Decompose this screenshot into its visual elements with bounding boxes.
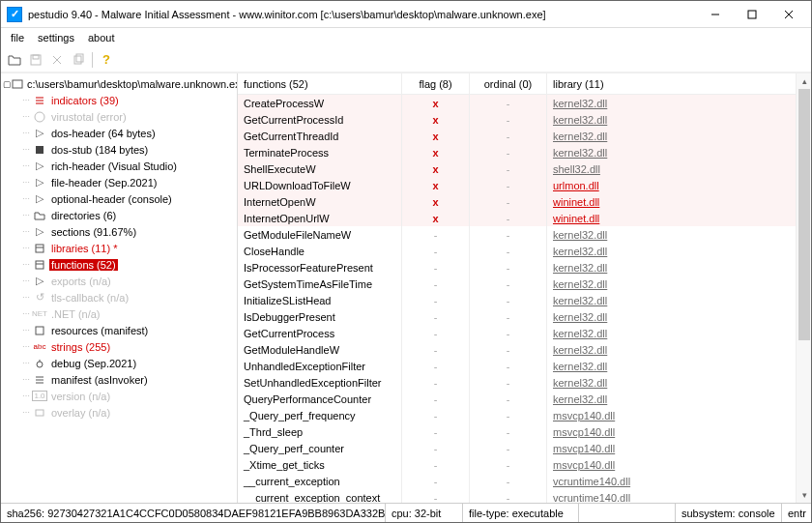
tree-item[interactable]: ⋯dos-stub (184 bytes) (1, 141, 237, 158)
cell-library-link[interactable]: msvcp140.dll (553, 410, 615, 421)
tree-item[interactable]: ⋯▷optional-header (console) (1, 190, 237, 207)
tree-item[interactable]: ⋯debug (Sep.2021) (1, 355, 237, 371)
tree-item[interactable]: ⋯overlay (n/a) (1, 404, 237, 421)
tree-item[interactable]: ⋯directories (6) (1, 207, 237, 223)
tree-item[interactable]: ⋯▷sections (91.67%) (1, 223, 237, 240)
cell-library-link[interactable]: wininet.dll (553, 196, 599, 208)
table-row[interactable]: GetCurrentProcess--kernel32.dll (238, 325, 796, 341)
cell-library-link[interactable]: kernel32.dll (553, 377, 607, 389)
cell-library-link[interactable]: msvcp140.dll (553, 443, 615, 454)
tree-item-label: directories (6) (49, 210, 118, 221)
table-row[interactable]: URLDownloadToFileWx-urlmon.dll (238, 177, 796, 193)
maximize-button[interactable] (734, 3, 770, 26)
cell-library-link[interactable]: kernel32.dll (553, 295, 607, 306)
cell-library-link[interactable]: msvcp140.dll (553, 426, 615, 438)
table-row[interactable]: SetUnhandledExceptionFilter--kernel32.dl… (238, 374, 796, 391)
tree-item[interactable]: ⋯▷rich-header (Visual Studio) (1, 158, 237, 174)
col-header-functions[interactable]: functions (52) (238, 73, 402, 94)
table-row[interactable]: GetSystemTimeAsFileTime--kernel32.dll (238, 276, 796, 292)
tree-item[interactable]: ⋯indicators (39) (1, 92, 237, 108)
copy-icon[interactable] (69, 50, 88, 70)
table-row[interactable]: __current_exception_context--vcruntime14… (238, 489, 796, 503)
cell-library-link[interactable]: vcruntime140.dll (553, 492, 630, 504)
tree-item-label: libraries (11) * (49, 243, 119, 254)
open-file-icon[interactable] (5, 50, 24, 70)
table-row[interactable]: IsProcessorFeaturePresent--kernel32.dll (238, 259, 796, 276)
tree-item[interactable]: ⋯↺tls-callback (n/a) (1, 289, 237, 305)
tree-branch-icon: ⋯ (20, 293, 32, 302)
table-row[interactable]: InternetOpenWx-wininet.dll (238, 193, 796, 210)
cell-ordinal: - (470, 243, 547, 259)
scroll-up-icon[interactable]: ▴ (797, 73, 811, 89)
tree-item[interactable]: ⋯resources (manifest) (1, 322, 237, 338)
tree-item[interactable]: ⋯1.0version (n/a) (1, 388, 237, 404)
table-row[interactable]: InternetOpenUrlWx-wininet.dll (238, 210, 796, 226)
table-row[interactable]: GetModuleHandleW--kernel32.dll (238, 341, 796, 358)
cell-library-link[interactable]: kernel32.dll (553, 328, 607, 339)
table-row[interactable]: _Thrd_sleep--msvcp140.dll (238, 423, 796, 440)
tree-item[interactable]: ⋯▷dos-header (64 bytes) (1, 125, 237, 141)
cell-library-link[interactable]: kernel32.dll (553, 393, 607, 405)
col-header-ordinal[interactable]: ordinal (0) (470, 73, 547, 94)
table-row[interactable]: UnhandledExceptionFilter--kernel32.dll (238, 358, 796, 374)
table-row[interactable]: GetCurrentThreadIdx-kernel32.dll (238, 128, 796, 144)
cell-library-link[interactable]: kernel32.dll (553, 246, 607, 257)
tree-item[interactable]: ⋯virustotal (error) (1, 108, 237, 125)
save-icon[interactable] (26, 50, 45, 70)
scroll-thumb[interactable] (798, 89, 810, 340)
col-header-flag[interactable]: flag (8) (402, 73, 470, 94)
tree-item[interactable]: ⋯abcstrings (255) (1, 338, 237, 355)
tree-item[interactable]: ⋯manifest (asInvoker) (1, 371, 237, 388)
table-body[interactable]: CreateProcessWx-kernel32.dllGetCurrentPr… (238, 95, 796, 503)
table-row[interactable]: CreateProcessWx-kernel32.dll (238, 95, 796, 111)
table-row[interactable]: _Query_perf_counter--msvcp140.dll (238, 440, 796, 456)
col-header-library[interactable]: library (11) (547, 73, 796, 94)
cell-library-link[interactable]: kernel32.dll (553, 229, 607, 241)
tree-item-label: indicators (39) (49, 95, 121, 106)
table-row[interactable]: _Query_perf_frequency--msvcp140.dll (238, 407, 796, 423)
tree-item[interactable]: ⋯functions (52) (1, 256, 237, 273)
cell-library-link[interactable]: urlmon.dll (553, 180, 599, 191)
cell-library-link[interactable]: wininet.dll (553, 213, 599, 224)
menu-settings[interactable]: settings (38, 32, 74, 44)
table-row[interactable]: InitializeSListHead--kernel32.dll (238, 292, 796, 308)
cell-library-link[interactable]: vcruntime140.dll (553, 476, 630, 487)
cell-library-link[interactable]: kernel32.dll (553, 311, 607, 323)
table-row[interactable]: GetCurrentProcessIdx-kernel32.dll (238, 111, 796, 128)
tree-root[interactable]: ▢ c:\users\bamur\desktop\malware.unknown… (1, 75, 237, 92)
table-row[interactable]: GetModuleFileNameW--kernel32.dll (238, 226, 796, 243)
collapse-icon[interactable]: ▢ (3, 79, 12, 89)
cell-library-link[interactable]: kernel32.dll (553, 131, 607, 142)
cell-library-link[interactable]: shell32.dll (553, 163, 600, 175)
scroll-down-icon[interactable]: ▾ (797, 487, 811, 503)
table-row[interactable]: IsDebuggerPresent--kernel32.dll (238, 308, 796, 325)
tree-item[interactable]: ⋯▷exports (n/a) (1, 273, 237, 289)
tree-item[interactable]: ⋯libraries (11) * (1, 240, 237, 256)
cell-library-link[interactable]: msvcp140.dll (553, 459, 615, 471)
close-file-icon[interactable] (47, 50, 67, 70)
table-row[interactable]: ShellExecuteWx-shell32.dll (238, 160, 796, 177)
menu-about[interactable]: about (88, 32, 115, 44)
cell-library-link[interactable]: kernel32.dll (553, 147, 607, 159)
scrollbar-vertical[interactable]: ▴ ▾ (796, 73, 811, 503)
tree-item[interactable]: ⋯▷file-header (Sep.2021) (1, 174, 237, 190)
table-row[interactable]: CloseHandle--kernel32.dll (238, 243, 796, 259)
table-row[interactable]: _Xtime_get_ticks--msvcp140.dll (238, 456, 796, 473)
cell-ordinal: - (470, 177, 547, 193)
cell-library-link[interactable]: kernel32.dll (553, 344, 607, 356)
cell-library-link[interactable]: kernel32.dll (553, 98, 607, 109)
table-row[interactable]: TerminateProcessx-kernel32.dll (238, 144, 796, 160)
cell-library-link[interactable]: kernel32.dll (553, 278, 607, 290)
cell-library-link[interactable]: kernel32.dll (553, 262, 607, 274)
menu-file[interactable]: file (11, 32, 24, 44)
cell-library: kernel32.dll (547, 111, 796, 128)
table-row[interactable]: __current_exception--vcruntime140.dll (238, 473, 796, 489)
cell-library-link[interactable]: kernel32.dll (553, 361, 607, 372)
table-row[interactable]: QueryPerformanceCounter--kernel32.dll (238, 391, 796, 407)
tree-pane[interactable]: ▢ c:\users\bamur\desktop\malware.unknown… (1, 73, 238, 503)
minimize-button[interactable] (697, 3, 734, 26)
close-button[interactable] (770, 3, 807, 26)
help-icon[interactable]: ? (97, 50, 116, 70)
tree-item[interactable]: ⋯NET.NET (n/a) (1, 305, 237, 322)
cell-library-link[interactable]: kernel32.dll (553, 114, 607, 126)
